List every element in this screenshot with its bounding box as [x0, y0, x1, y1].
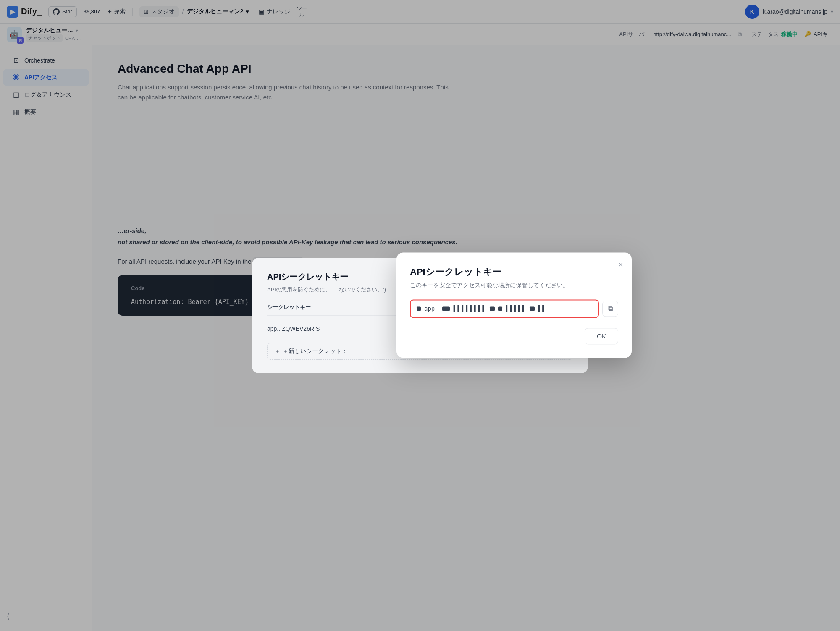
key-seg-1 — [442, 306, 450, 311]
key-copy-button[interactable]: ⧉ — [602, 301, 618, 317]
key-prefix: app- — [424, 305, 438, 312]
key-seg-text-1: ▌▌▌▌▌▌▌▌ — [454, 305, 487, 312]
key-display-row: app- ▌▌▌▌▌▌▌▌ ▌▌▌▌▌ ▌▌ ⧉ — [410, 299, 618, 318]
key-seg-text-2: ▌▌▌▌▌ — [506, 305, 526, 312]
fg-modal-desc: このキーを安全でアクセス可能な場所に保管してください。 — [410, 282, 618, 289]
fg-modal-container: × APIシークレットキー このキーを安全でアクセス可能な場所に保管してください… — [396, 252, 632, 358]
fg-modal-close-button[interactable]: × — [618, 260, 623, 270]
add-label: ＋新しいシークレット： — [283, 348, 347, 355]
ok-button[interactable]: OK — [585, 328, 618, 344]
key-bullet — [417, 306, 421, 311]
key-display-box: app- ▌▌▌▌▌▌▌▌ ▌▌▌▌▌ ▌▌ — [410, 299, 599, 318]
key-seg-4 — [530, 306, 535, 311]
fg-modal-title: APIシークレットキー — [410, 266, 618, 278]
key-seg-3 — [498, 306, 502, 311]
copy-btn-icon: ⧉ — [608, 305, 613, 312]
key-seg-2 — [490, 306, 495, 311]
key-seg-text-3: ▌▌ — [538, 305, 546, 312]
fg-modal: × APIシークレットキー このキーを安全でアクセス可能な場所に保管してください… — [396, 252, 632, 358]
modal-overlay: × APIシークレットキー APIの悪用を防ぐために、 … ないでください。:)… — [0, 0, 840, 631]
bg-modal: × APIシークレットキー APIの悪用を防ぐために、 … ないでください。:)… — [252, 258, 588, 373]
add-icon: ＋ — [274, 348, 280, 355]
